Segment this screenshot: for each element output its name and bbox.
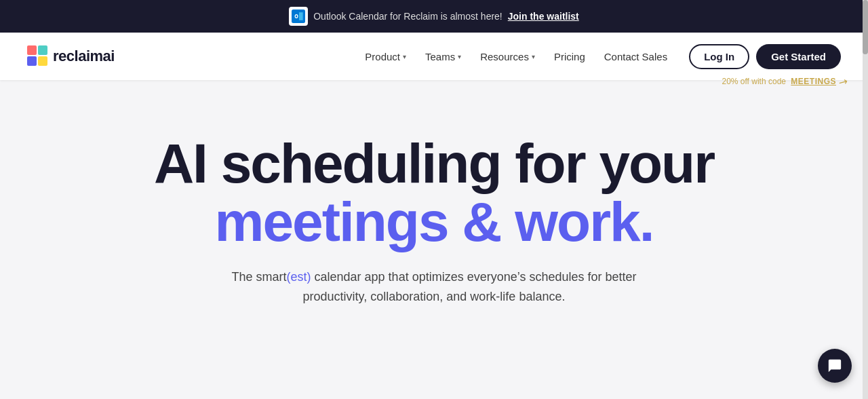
nav-item-pricing[interactable]: Pricing [546,45,593,68]
hero-title: AI scheduling for your meetings & work. [27,134,841,251]
nav-item-teams[interactable]: Teams ▾ [417,45,469,68]
svg-point-2 [296,15,298,17]
svg-rect-5 [27,56,37,66]
logo-text: reclaimai [53,48,115,65]
hero-title-line1: AI scheduling for your [27,134,841,193]
hero-title-line2: meetings & work. [27,193,841,251]
est-link[interactable]: (est) [287,270,311,284]
nav-item-contact-sales[interactable]: Contact Sales [596,45,675,68]
promo-code: MEETINGS [791,77,836,86]
scrollbar[interactable] [863,0,868,372]
nav-item-resources[interactable]: Resources ▾ [472,45,543,68]
scrollbar-thumb[interactable] [863,0,868,54]
promo-text: 20% off with code [722,77,786,86]
chevron-down-icon: ▾ [403,53,406,60]
hero-section: AI scheduling for your meetings & work. … [0,80,868,372]
hero-subtitle-before: The smart [232,270,287,284]
nav-actions: Log In Get Started 20% off with code MEE… [689,44,841,69]
navbar: reclaimai Product ▾ Teams ▾ Resources ▾ … [0,33,868,80]
svg-rect-4 [38,45,47,55]
svg-rect-6 [38,56,47,66]
logo-icon [27,45,49,67]
promo-badge: 20% off with code MEETINGS ↗ [722,75,848,88]
svg-rect-3 [27,45,37,55]
chevron-down-icon: ▾ [532,53,535,60]
nav-links: Product ▾ Teams ▾ Resources ▾ Pricing Co… [357,45,675,68]
announcement-link[interactable]: Join the waitlist [508,11,579,22]
get-started-button[interactable]: Get Started [756,44,841,69]
announcement-bar: Outlook Calendar for Reclaim is almost h… [0,0,868,33]
chevron-down-icon: ▾ [458,53,461,60]
chat-icon [827,358,842,372]
logo[interactable]: reclaimai [27,45,115,67]
hero-subtitle: The smart(est) calendar app that optimiz… [217,267,651,307]
hero-subtitle-after: calendar app that optimizes everyone’s s… [303,270,637,303]
announcement-text: Outlook Calendar for Reclaim is almost h… [313,11,502,22]
outlook-icon [289,7,308,26]
nav-item-product[interactable]: Product ▾ [357,45,414,68]
login-button[interactable]: Log In [689,44,749,69]
